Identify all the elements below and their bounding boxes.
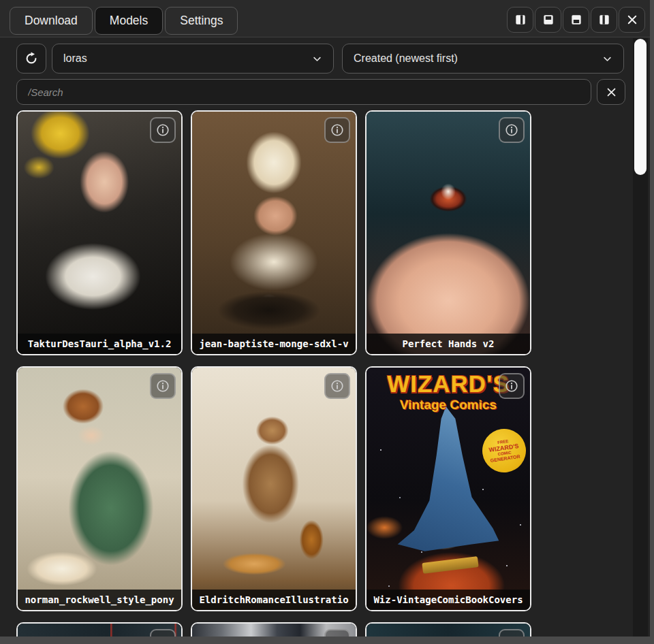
card-info-button[interactable] <box>150 629 176 637</box>
chevron-down-icon <box>312 54 322 64</box>
layout-split-left-button[interactable] <box>507 7 533 33</box>
card-title: norman_rockwell_style_pony <box>18 590 181 610</box>
model-card-grid: TakturDesTauri_alpha_v1.2 jean-baptiste-… <box>16 110 531 637</box>
info-icon <box>330 123 345 138</box>
card-info-button[interactable] <box>324 629 350 637</box>
card-thumbnail-butterfly-on-hands <box>367 112 530 354</box>
layout-split-right-icon <box>597 13 611 27</box>
model-card[interactable]: jean-baptiste-monge-sdxl-v <box>191 110 357 355</box>
chevron-down-icon <box>602 54 612 64</box>
card-info-button[interactable] <box>150 373 176 399</box>
card-thumbnail-portrait-woman-yellow-flowers <box>18 112 181 354</box>
sort-select-value: Created (newest first) <box>354 52 458 65</box>
tab-bar: Download Models Settings <box>10 7 238 35</box>
model-card[interactable]: EldritchRomanceIllustratio <box>191 366 357 611</box>
refresh-icon <box>24 51 39 66</box>
comic-cover-badge: FREE WIZARD'S COMIC GENERATOR <box>480 426 529 475</box>
card-info-button[interactable] <box>150 117 176 143</box>
sort-select[interactable]: Created (newest first) <box>342 44 624 74</box>
tab-models-label: Models <box>110 14 148 28</box>
card-info-button[interactable] <box>499 629 525 637</box>
model-card-partial[interactable] <box>191 622 357 637</box>
layout-panel-bottom-button[interactable] <box>563 7 589 33</box>
layout-split-right-button[interactable] <box>591 7 617 33</box>
header-bar: Download Models Settings <box>0 0 650 37</box>
card-title: jean-baptiste-monge-sdxl-v <box>192 334 356 354</box>
model-card-partial[interactable] <box>365 622 531 637</box>
models-browser-window: Download Models Settings <box>0 0 650 637</box>
tab-settings-label: Settings <box>180 14 223 28</box>
badge-line: GENERATOR <box>490 454 520 464</box>
tab-models[interactable]: Models <box>95 7 163 35</box>
tab-settings[interactable]: Settings <box>165 7 238 35</box>
layout-panel-top-button[interactable] <box>535 7 561 33</box>
clear-search-button[interactable] <box>597 79 625 105</box>
card-thumbnail-woman-decorating-cake <box>18 368 181 610</box>
wizard-hat-shape <box>390 406 508 581</box>
window-controls <box>507 7 645 33</box>
card-thumbnail-pope-dj-headphones <box>192 112 356 354</box>
wizard-hat-band <box>422 556 478 574</box>
card-info-button[interactable] <box>499 373 525 399</box>
tab-download[interactable]: Download <box>10 7 93 35</box>
tab-download-label: Download <box>25 14 78 28</box>
vertical-scrollbar-thumb[interactable] <box>634 39 647 175</box>
card-title: Perfect Hands v2 <box>367 334 530 354</box>
refresh-button[interactable] <box>16 44 46 74</box>
layout-split-left-icon <box>514 13 527 27</box>
card-title: TakturDesTauri_alpha_v1.2 <box>18 334 181 354</box>
info-icon <box>504 123 519 138</box>
card-info-button[interactable] <box>324 117 350 143</box>
model-card[interactable]: Perfect Hands v2 <box>365 110 531 355</box>
info-icon <box>504 379 519 393</box>
card-title: EldritchRomanceIllustratio <box>192 590 356 610</box>
comic-cover-subtitle: Vintage Comics <box>367 398 530 413</box>
search-input[interactable] <box>16 79 591 105</box>
info-icon <box>330 379 345 393</box>
card-thumbnail-wizard-comic-cover: WIZARD'S Vintage Comics FREE WIZARD'S CO… <box>367 368 530 610</box>
layout-panel-top-icon <box>542 13 555 27</box>
clear-icon <box>606 86 617 98</box>
layout-panel-bottom-icon <box>570 13 583 27</box>
card-thumbnail-cat-with-pancakes <box>192 368 356 610</box>
info-icon <box>155 123 170 138</box>
model-card[interactable]: norman_rockwell_style_pony <box>16 366 183 611</box>
stars-decoration <box>380 449 382 451</box>
model-card-partial[interactable] <box>16 622 183 637</box>
model-card[interactable]: TakturDesTauri_alpha_v1.2 <box>16 110 183 355</box>
model-type-select-value: loras <box>63 52 87 65</box>
card-info-button[interactable] <box>324 373 350 399</box>
model-card[interactable]: WIZARD'S Vintage Comics FREE WIZARD'S CO… <box>365 366 531 611</box>
card-title: Wiz-VintageComicBookCovers <box>367 590 530 610</box>
vertical-scrollbar-track[interactable] <box>633 38 648 637</box>
card-info-button[interactable] <box>499 117 525 143</box>
info-icon <box>155 379 170 393</box>
close-icon <box>626 14 638 26</box>
model-type-select[interactable]: loras <box>52 44 334 74</box>
close-panel-button[interactable] <box>619 7 645 33</box>
